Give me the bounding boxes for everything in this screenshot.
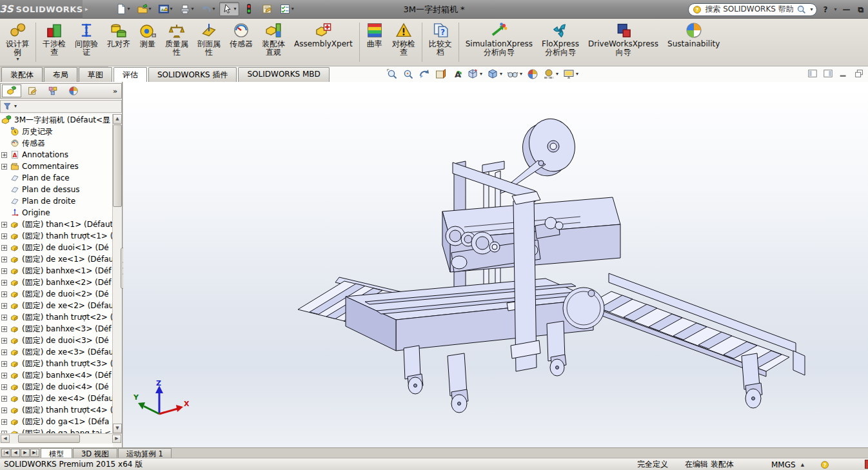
hide-show-button[interactable]: ▾ (506, 68, 523, 81)
ribbon-clearance-verify-button[interactable]: 间隙验 证 (70, 20, 103, 64)
appearance-button[interactable] (526, 68, 539, 81)
expand-icon[interactable]: + (1, 268, 7, 274)
property-tab[interactable] (23, 84, 42, 97)
tree-item[interactable]: +AAnnotations (0, 149, 113, 161)
tree-item[interactable]: +(固定) de xe<1> (Défau (0, 253, 113, 265)
dropdown-icon[interactable]: ▾ (128, 6, 130, 12)
dropdown-icon[interactable]: ▾ (576, 72, 578, 77)
minimize-button[interactable]: — (840, 5, 852, 14)
expand-icon[interactable]: + (1, 303, 7, 309)
tree-item[interactable]: Origine (0, 207, 113, 219)
new-document-button[interactable]: ▾ (113, 2, 133, 16)
zoom-area-button[interactable] (402, 68, 415, 81)
expand-icon[interactable]: + (1, 407, 7, 413)
expand-icon[interactable]: + (1, 384, 7, 390)
ribbon-compare-documents-button[interactable]: ?比较文 档 (424, 20, 457, 64)
ribbon-measure-button[interactable]: 测量 (135, 20, 161, 64)
expand-icon[interactable]: + (1, 164, 7, 170)
ribbon-floxpress-button[interactable]: FloXpress 分析向导 (537, 20, 584, 64)
search-dropdown-icon[interactable]: ▾ (810, 7, 813, 12)
tree-item[interactable]: +(固定) banhxe<3> (Déf (0, 323, 113, 335)
scroll-right-icon[interactable]: ▶ (112, 435, 121, 443)
expand-icon[interactable]: + (1, 233, 7, 239)
tab-装配体[interactable]: 装配体 (1, 67, 43, 82)
previous-view-button[interactable] (418, 68, 431, 81)
ribbon-sustainability-button[interactable]: Sustainability (663, 20, 724, 64)
expand-icon[interactable]: + (1, 315, 7, 320)
search-input[interactable]: ? 搜索 SOLIDWORKS 帮助 ▾ (688, 3, 817, 16)
search-icon[interactable] (796, 5, 806, 14)
dropdown-icon[interactable]: ▾ (291, 6, 294, 12)
unit-system-selector[interactable]: MMGS ▲ (771, 458, 804, 470)
help-dropdown-icon[interactable]: ▾ (834, 7, 836, 12)
tree-item[interactable]: +(固定) banhxe<4> (Déf (0, 369, 113, 381)
zoom-fit-button[interactable] (386, 68, 399, 81)
ribbon-hole-align-button[interactable]: 孔对齐 (103, 20, 135, 64)
restore-button[interactable]: ⧉ (856, 5, 865, 14)
expand-icon[interactable]: + (1, 419, 7, 425)
tree-item[interactable]: +(固定) thanh trượt<4> ( (0, 404, 113, 416)
select-button[interactable]: ▾ (219, 2, 239, 16)
undo-button[interactable]: ▾ (198, 2, 218, 16)
tab-nav-2[interactable]: ▶ (21, 449, 30, 457)
tree-item[interactable]: 传感器 (0, 137, 113, 149)
print-button[interactable]: ▾ (177, 2, 197, 16)
tree-item[interactable]: +(固定) de xe<4> (Défau (0, 393, 113, 404)
dropdown-icon[interactable]: ▾ (500, 72, 502, 77)
tree-item[interactable]: +(固定) de duoi<3> (Dé (0, 335, 113, 346)
tree-item[interactable]: +(固定) de xe<2> (Défau (0, 300, 113, 311)
graphics-area[interactable]: Z Y X (123, 82, 868, 447)
rebuild-button[interactable] (241, 2, 257, 16)
expand-icon[interactable]: + (1, 349, 7, 355)
ribbon-symmetry-check-button[interactable]: 对称检 查 (388, 20, 420, 64)
display-tab[interactable] (64, 84, 83, 97)
dropdown-icon[interactable]: ▾ (16, 57, 19, 62)
section-view-button[interactable] (434, 68, 447, 81)
ribbon-assemblyxpert-button[interactable]: AssemblyXpert (290, 20, 357, 64)
ribbon-interference-check-button[interactable]: 干涉检 查 (38, 20, 70, 64)
doc-tab-模型[interactable]: 模型 (41, 448, 72, 458)
options-button[interactable]: ▾ (277, 2, 297, 16)
ribbon-mass-properties-button[interactable]: 质量属 性 (161, 20, 193, 64)
dropdown-icon[interactable]: ▾ (520, 72, 522, 77)
tree-item[interactable]: +(固定) than<1> (Défaut (0, 219, 113, 230)
scene-button[interactable]: ▾ (542, 68, 559, 81)
tree-item[interactable]: +Commentaires (0, 161, 113, 172)
ribbon-driveworksxpress-button[interactable]: DriveWorksXpress 向导 (584, 20, 663, 64)
filter-dropdown-icon[interactable]: ▾ (14, 104, 17, 109)
tree-item[interactable]: +(固定) thanh trượt<3> ( (0, 358, 113, 369)
doc-restore-button[interactable] (854, 68, 864, 81)
scroll-thumb[interactable] (113, 124, 122, 207)
expand-icon[interactable]: + (1, 257, 7, 262)
dropdown-icon[interactable]: ▾ (192, 6, 194, 12)
toolbar-overflow-icon[interactable]: ▸ (85, 6, 88, 12)
file-properties-button[interactable] (259, 2, 275, 16)
tab-nav-1[interactable]: ◀ (11, 449, 20, 457)
tab-nav-3[interactable]: ▶| (30, 449, 39, 457)
pane-right-button[interactable] (823, 68, 833, 81)
status-help-icon[interactable]: ? (820, 458, 829, 470)
dropdown-icon[interactable]: ▾ (234, 6, 237, 12)
expand-icon[interactable]: + (1, 280, 7, 286)
tree-item[interactable]: +(固定) de duoi<1> (Dé (0, 242, 113, 253)
ribbon-simulationxpress-button[interactable]: SimulationXpress 分析向导 (461, 20, 537, 64)
tab-草图[interactable]: 草图 (79, 67, 112, 82)
tree-item[interactable]: Plan de droite (0, 195, 113, 207)
view-orientation-button[interactable]: ▾ (466, 68, 483, 81)
ribbon-sensors-button[interactable]: 传感器 (225, 20, 257, 64)
publish-image-button[interactable]: ▾ (155, 2, 175, 16)
tree-item[interactable]: Plan de dessus (0, 184, 113, 195)
help-icon[interactable]: ? (821, 5, 829, 14)
panel-overflow-icon[interactable]: » (113, 87, 120, 95)
annotation-view-button[interactable]: A (450, 68, 463, 81)
view-settings-button[interactable]: ▾ (562, 68, 579, 81)
doc-tab-运动算例 1[interactable]: 运动算例 1 (118, 448, 172, 458)
featuretree-tab[interactable] (2, 84, 21, 97)
ribbon-section-properties-button[interactable]: 剖面属 性 (193, 20, 225, 64)
dropdown-icon[interactable]: ▾ (213, 6, 215, 12)
ribbon-assembly-visualization-button[interactable]: 装配体 直观 (257, 20, 290, 64)
tree-item[interactable]: +(固定) do ga<1> (Défa (0, 416, 113, 427)
tree-filter-bar[interactable]: ▾ (0, 100, 122, 113)
tree-horizontal-scrollbar[interactable]: ◀ ▶ (0, 433, 122, 444)
expand-icon[interactable]: + (1, 361, 7, 367)
